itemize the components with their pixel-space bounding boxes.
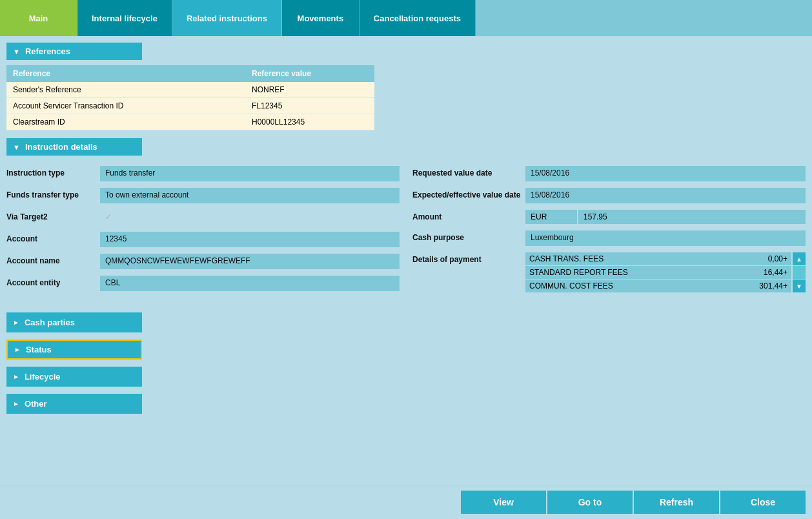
reference-name: Sender's Reference	[6, 82, 245, 98]
payment-detail-row: STANDARD REPORT FEES16,44+	[525, 266, 791, 279]
instruction-value: QMMQOSNCWFEWEWFEWFGREWEFF	[100, 254, 400, 269]
collapsible-label-lifecycle: Lifecycle	[25, 372, 61, 382]
collapsible-section-cash-parties: ►Cash parties	[6, 312, 806, 338]
instruction-label-right: Requested value date	[412, 166, 525, 178]
instruction-row-right: Expected/effective value date15/08/2016	[412, 188, 806, 203]
instruction-details-arrow: ▼	[13, 143, 20, 151]
instruction-value-right: 15/08/2016	[525, 188, 806, 203]
table-header: Reference	[6, 65, 245, 82]
tab-cancellation-requests[interactable]: Cancellation requests	[360, 0, 476, 36]
tab-label-related-instructions: Related instructions	[187, 14, 267, 23]
instruction-row-right: AmountEUR157.95	[412, 210, 806, 224]
main-layout: ▼ReferencesReferenceReference valueSende…	[0, 36, 812, 519]
payment-detail-amount: 301,44+	[749, 281, 787, 290]
tab-label-cancellation-requests: Cancellation requests	[374, 14, 461, 23]
instruction-row: Instruction typeFunds transfer	[6, 166, 400, 181]
reference-value: H0000LL12345	[245, 114, 374, 130]
table-row: Account Servicer Transaction IDFL12345	[6, 98, 374, 114]
instruction-label-right: Amount	[412, 210, 525, 221]
scroll-down-arrow[interactable]: ▼	[793, 280, 806, 292]
instruction-details-section: ▼Instruction detailsInstruction typeFund…	[6, 138, 806, 305]
view-button[interactable]: View	[461, 491, 546, 514]
refresh-button[interactable]: Refresh	[634, 491, 719, 514]
collapsible-label-other: Other	[25, 399, 47, 409]
payment-detail-row: COMMUN. COST FEES301,44+	[525, 280, 791, 292]
tab-movements[interactable]: Movements	[282, 0, 360, 36]
instruction-label-right: Expected/effective value date	[412, 188, 525, 199]
instruction-label: Account name	[6, 254, 100, 265]
collapsible-arrow-status: ►	[14, 346, 21, 353]
instruction-right-column: Requested value date15/08/2016Expected/e…	[412, 166, 806, 300]
tab-label-movements: Movements	[298, 14, 344, 23]
reference-value: NONREF	[245, 82, 374, 98]
instruction-value: Funds transfer	[100, 166, 400, 181]
scroll-up-arrow[interactable]: ▲	[793, 252, 806, 265]
collapsible-body-cash-parties	[6, 332, 806, 338]
instruction-label-right: Cash purpose	[412, 230, 525, 242]
instruction-label: Funds transfer type	[6, 188, 100, 199]
table-header: Reference value	[245, 65, 374, 82]
instruction-label: Via Target2	[6, 210, 100, 221]
top-tabs-bar: MainInternal lifecycleRelated instructio…	[0, 0, 812, 36]
collapsible-section-other: ►Other	[6, 394, 806, 419]
collapsible-header-cash-parties[interactable]: ►Cash parties	[6, 312, 142, 332]
instruction-value: CBL	[100, 276, 400, 291]
references-table: ReferenceReference valueSender's Referen…	[6, 65, 374, 130]
instruction-left-column: Instruction typeFunds transferFunds tran…	[6, 166, 400, 300]
payment-detail-desc: COMMUN. COST FEES	[529, 281, 749, 290]
instruction-label-right: Details of payment	[412, 252, 525, 264]
instruction-row: Via Target2✓	[6, 210, 400, 225]
instruction-row-right: Details of paymentCASH TRANS. FEES0,00+S…	[412, 252, 806, 293]
collapsible-body-lifecycle	[6, 387, 806, 392]
amount-currency: EUR	[525, 210, 577, 224]
instruction-row: Funds transfer typeTo own external accou…	[6, 188, 400, 203]
references-header[interactable]: ▼References	[6, 43, 142, 60]
instruction-value: ✓	[100, 210, 400, 225]
tab-main[interactable]: Main	[0, 0, 77, 36]
payment-details-container: CASH TRANS. FEES0,00+STANDARD REPORT FEE…	[525, 252, 806, 293]
collapsible-label-cash-parties: Cash parties	[25, 318, 75, 327]
instruction-value: To own external account	[100, 188, 400, 203]
payment-detail-desc: STANDARD REPORT FEES	[529, 268, 749, 277]
scroll-indicator	[793, 266, 806, 279]
reference-name: Account Servicer Transaction ID	[6, 98, 245, 114]
payment-detail-desc: CASH TRANS. FEES	[529, 254, 749, 263]
collapsible-section-lifecycle: ►Lifecycle	[6, 367, 806, 392]
tab-internal-lifecycle[interactable]: Internal lifecycle	[77, 0, 172, 36]
references-label: References	[25, 46, 70, 56]
instruction-row: Account entityCBL	[6, 276, 400, 291]
collapsible-arrow-lifecycle: ►	[13, 373, 19, 380]
references-section: ▼ReferencesReferenceReference valueSende…	[6, 43, 806, 130]
references-arrow: ▼	[13, 48, 20, 56]
instruction-row: Account nameQMMQOSNCWFEWEWFEWFGREWEFF	[6, 254, 400, 269]
tab-related-instructions[interactable]: Related instructions	[172, 0, 282, 36]
amount-value: 157.95	[578, 210, 806, 224]
collapsible-body-other	[6, 414, 806, 419]
collapsible-body-status	[6, 360, 806, 365]
instruction-details-body: Instruction typeFunds transferFunds tran…	[6, 161, 806, 305]
instruction-label: Account	[6, 232, 100, 243]
collapsible-label-status: Status	[26, 345, 52, 354]
collapsible-header-lifecycle[interactable]: ►Lifecycle	[6, 367, 142, 387]
instruction-row: Account12345	[6, 232, 400, 247]
payment-detail-row: CASH TRANS. FEES0,00+	[525, 252, 791, 265]
instruction-details-header[interactable]: ▼Instruction details	[6, 138, 142, 156]
payment-detail-amount: 16,44+	[749, 268, 787, 277]
instruction-row-right: Requested value date15/08/2016	[412, 166, 806, 181]
payment-detail-amount: 0,00+	[749, 254, 787, 263]
instruction-row-right: Cash purposeLuxembourg	[412, 230, 806, 246]
close-button[interactable]: Close	[720, 491, 806, 514]
collapsible-arrow-other: ►	[13, 400, 19, 407]
collapsible-arrow-cash-parties: ►	[13, 319, 19, 326]
collapsible-section-status: ►Status	[6, 340, 806, 365]
table-row: Clearstream IDH0000LL12345	[6, 114, 374, 130]
bottom-bar: ViewGo toRefreshClose	[0, 485, 812, 519]
go-to-button[interactable]: Go to	[547, 491, 633, 514]
reference-value: FL12345	[245, 98, 374, 114]
table-row: Sender's ReferenceNONREF	[6, 82, 374, 98]
instruction-label: Account entity	[6, 276, 100, 287]
instruction-label: Instruction type	[6, 166, 100, 178]
collapsible-header-other[interactable]: ►Other	[6, 394, 142, 414]
collapsible-header-status[interactable]: ►Status	[6, 340, 142, 360]
instruction-value: 12345	[100, 232, 400, 247]
